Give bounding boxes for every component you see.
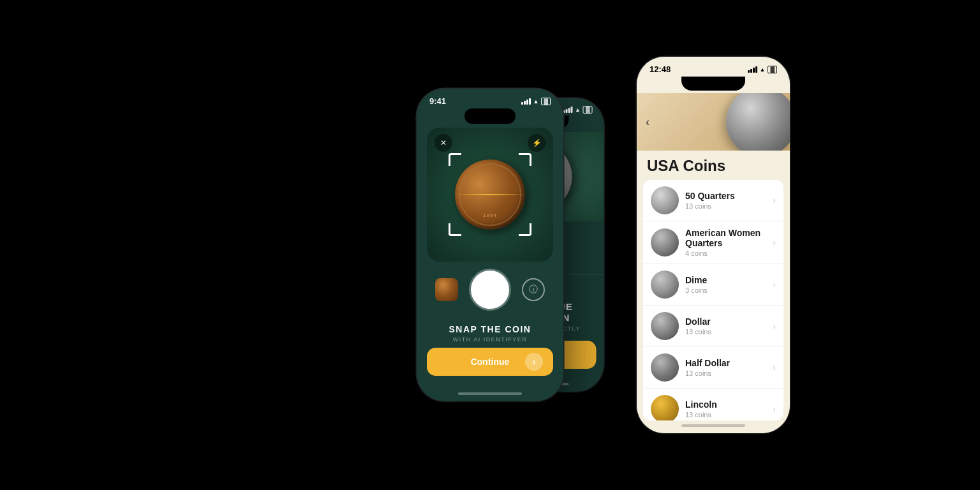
- phone3-notch: [681, 77, 745, 91]
- usa-hero-coin: [726, 93, 790, 151]
- back-button[interactable]: ‹: [646, 115, 650, 129]
- phone2-signal: [563, 107, 572, 113]
- phone1-wifi-icon: ▲: [533, 98, 539, 105]
- usa-coin-list: 50 Quarters 13 coins › American Women Qu…: [643, 180, 783, 420]
- coin-count-dime: 3 coins: [685, 286, 773, 294]
- chevron-right-icon: ›: [773, 195, 776, 205]
- coin-avatar-50-quarters: [651, 186, 679, 214]
- phone1-continue-label: Continue: [471, 357, 510, 367]
- chevron-right-icon: ›: [773, 321, 776, 331]
- chevron-right-icon: ›: [773, 362, 776, 373]
- scene: 9:41 ▲ ▓ Dollar Coins: [203, 22, 777, 468]
- coin-avatar-dime: [651, 271, 679, 299]
- coin-count-half-dollar: 13 coins: [685, 369, 773, 377]
- coin-name-dollar: Dollar: [685, 316, 773, 327]
- scan-line: [455, 194, 525, 195]
- phone2-wifi-icon: ▲: [575, 107, 581, 113]
- info-icon: ⓘ: [529, 284, 538, 295]
- scan-corner-tr: [519, 153, 531, 166]
- phone1-battery-icon: ▓: [541, 98, 551, 105]
- phone2-status-icons: ▲ ▓: [563, 106, 592, 114]
- usa-list-item-dollar[interactable]: Dollar 13 coins ›: [643, 306, 783, 347]
- phone1-time: 9:41: [429, 96, 446, 106]
- coin-avatar-half-dollar: [651, 353, 679, 382]
- coin-name-half-dollar: Half Dollar: [685, 358, 773, 368]
- chevron-right-icon: ›: [773, 404, 776, 414]
- coin-avatar-lincoln: [651, 395, 679, 420]
- coin-name-dime: Dime: [685, 275, 773, 285]
- coin-name-lincoln: Lincoln: [685, 399, 773, 410]
- coin-name-50-quarters: 50 Quarters: [685, 191, 773, 201]
- coin-avatar-women-quarters: [651, 228, 679, 256]
- thumbnail-preview[interactable]: [435, 278, 458, 301]
- usa-list-item-dime[interactable]: Dime 3 coins ›: [643, 264, 783, 306]
- phone-camera: 9:41 ▲ ▓ ✕: [417, 89, 563, 401]
- flash-button[interactable]: ⚡: [528, 134, 546, 152]
- scan-corner-tl: [449, 153, 461, 166]
- phone1-signal: [521, 98, 531, 105]
- usa-header-image: ‹: [637, 93, 790, 151]
- chevron-right-icon: ›: [773, 279, 776, 290]
- coin-count-50-quarters: 13 coins: [685, 202, 773, 210]
- coin-count-dollar: 13 coins: [685, 328, 773, 336]
- coin-count-women-quarters: 4 coins: [685, 249, 773, 257]
- coin-name-women-quarters: American Women Quarters: [685, 228, 773, 248]
- coin-count-lincoln: 13 coins: [685, 411, 773, 419]
- close-icon: ✕: [440, 138, 447, 147]
- scan-corner-br: [519, 223, 531, 236]
- usa-list-item-50-quarters[interactable]: 50 Quarters 13 coins ›: [643, 180, 783, 221]
- phone1-status-icons: ▲ ▓: [521, 98, 551, 105]
- camera-viewport: ✕ ⚡ 1894: [427, 128, 553, 262]
- usa-list-item-women-quarters[interactable]: American Women Quarters 4 coins ›: [643, 221, 783, 264]
- phone2-battery-icon: ▓: [583, 106, 593, 114]
- scan-frame: [449, 153, 531, 236]
- snap-subtitle: WITH AI IDENTIFYER: [417, 336, 563, 343]
- continue-arrow-icon: ›: [525, 353, 543, 371]
- usa-list-item-lincoln[interactable]: Lincoln 13 coins ›: [643, 389, 783, 420]
- camera-controls: ⓘ: [417, 262, 563, 318]
- phone1-home-indicator: [458, 392, 522, 395]
- camera-overlay-top: ✕ ⚡: [427, 134, 553, 152]
- shutter-button[interactable]: [471, 271, 509, 309]
- phone1-dynamic-island: [464, 108, 516, 124]
- back-icon: ‹: [646, 115, 650, 128]
- snap-text-area: SNAP THE COIN WITH AI IDENTIFYER: [417, 318, 563, 348]
- phone3-time: 12:48: [650, 64, 671, 74]
- phone3-status-bar: 12:48 ▲ ▓: [637, 57, 790, 77]
- phone3-battery-icon: ▓: [768, 66, 777, 73]
- phone-usa-coins: 12:48 ▲ ▓ ‹ USA: [637, 57, 790, 433]
- phone1-continue-button[interactable]: Continue ›: [427, 348, 553, 376]
- close-camera-button[interactable]: ✕: [434, 134, 452, 152]
- usa-list-item-half-dollar[interactable]: Half Dollar 13 coins ›: [643, 347, 783, 389]
- coin-avatar-dollar: [651, 312, 679, 340]
- info-button[interactable]: ⓘ: [522, 278, 545, 301]
- phone3-signal: [748, 66, 757, 73]
- chevron-right-icon: ›: [773, 237, 776, 248]
- phone3-wifi-icon: ▲: [760, 66, 766, 73]
- flash-icon: ⚡: [532, 138, 542, 147]
- scan-corner-bl: [449, 223, 461, 236]
- snap-title: SNAP THE COIN: [417, 324, 563, 334]
- phone1-status-bar: 9:41 ▲ ▓: [417, 89, 563, 108]
- phone3-status-icons: ▲ ▓: [748, 66, 777, 73]
- camera-background: ✕ ⚡ 1894: [427, 128, 553, 262]
- usa-page-title: USA Coins: [637, 151, 790, 180]
- phone3-home-indicator: [681, 424, 745, 427]
